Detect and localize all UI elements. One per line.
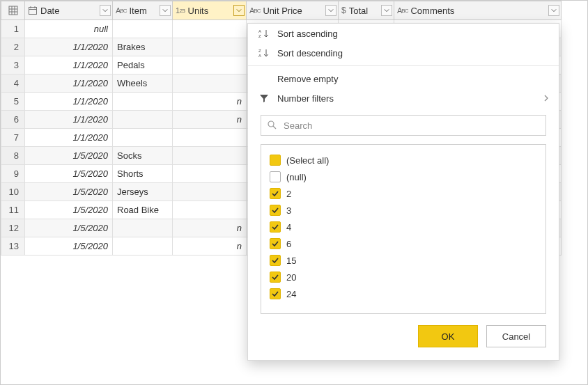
cell-units[interactable]: [173, 201, 247, 219]
cell-units[interactable]: [173, 38, 247, 56]
cell-date[interactable]: null: [25, 20, 113, 38]
column-filter-button-units[interactable]: [233, 5, 245, 16]
filter-value-row[interactable]: (null): [270, 168, 537, 185]
row-number: 1: [1, 20, 25, 38]
text-type-icon: ABC: [116, 6, 126, 15]
column-header-total[interactable]: $ Total: [339, 1, 394, 20]
column-filter-button-item[interactable]: [160, 5, 171, 16]
cell-item[interactable]: [113, 93, 173, 111]
filter-value-row[interactable]: 20: [270, 269, 537, 285]
filter-search-input[interactable]: [282, 120, 540, 132]
cell-date[interactable]: 1/1/2020: [25, 38, 113, 56]
column-header-comments[interactable]: ABC Comments: [394, 1, 562, 20]
checkbox-icon[interactable]: [270, 238, 281, 249]
menu-label: Remove empty: [277, 74, 549, 84]
filter-value-row[interactable]: 2: [270, 185, 537, 202]
cell-units[interactable]: n: [173, 93, 247, 111]
cell-date[interactable]: 1/5/2020: [25, 165, 113, 183]
cell-units[interactable]: [173, 74, 247, 93]
column-filter-button-date[interactable]: [100, 5, 111, 16]
cell-item[interactable]: Road Bike: [113, 201, 173, 219]
cell-date[interactable]: 1/5/2020: [25, 201, 113, 219]
menu-sort-ascending[interactable]: AZ Sort ascending: [248, 24, 559, 43]
cell-date[interactable]: 1/5/2020: [25, 147, 113, 165]
cell-units[interactable]: n: [173, 237, 247, 256]
row-number: 5: [1, 93, 25, 111]
text-type-icon: ABC: [249, 6, 260, 15]
cell-units[interactable]: [173, 147, 247, 165]
filter-value-row[interactable]: 3: [270, 202, 537, 219]
filter-value-label: 6: [286, 239, 291, 249]
filter-value-row[interactable]: 6: [270, 235, 537, 252]
filter-value-label: (Select all): [286, 155, 329, 166]
checkbox-icon[interactable]: [270, 205, 281, 216]
filter-value-label: 4: [286, 222, 291, 233]
cell-date[interactable]: 1/5/2020: [25, 183, 113, 201]
cell-units[interactable]: [173, 129, 247, 147]
cell-item[interactable]: Shorts: [113, 165, 173, 183]
checkbox-icon[interactable]: [270, 272, 281, 283]
row-number: 2: [1, 38, 25, 56]
cancel-button[interactable]: Cancel: [486, 325, 546, 347]
menu-remove-empty[interactable]: Remove empty: [248, 69, 559, 88]
checkbox-icon[interactable]: [270, 171, 281, 182]
cell-item[interactable]: [113, 20, 173, 38]
sort-ascending-icon: AZ: [258, 29, 270, 38]
cell-item[interactable]: Brakes: [113, 38, 173, 56]
cell-item[interactable]: Pedals: [113, 56, 173, 74]
column-header-units[interactable]: 123 Units: [173, 1, 247, 20]
column-label: Item: [129, 6, 157, 16]
cell-date[interactable]: 1/5/2020: [25, 237, 113, 256]
row-number: 6: [1, 111, 25, 129]
column-header-unit-price[interactable]: ABC Unit Price: [247, 1, 339, 20]
column-header-date[interactable]: Date: [25, 1, 113, 20]
ok-button[interactable]: OK: [418, 325, 478, 347]
column-filter-button-unit-price[interactable]: [325, 5, 336, 16]
row-number: 8: [1, 147, 25, 165]
column-filter-button-comments[interactable]: [548, 5, 559, 16]
menu-sort-descending[interactable]: ZA Sort descending: [248, 43, 559, 63]
cell-units[interactable]: [173, 183, 247, 201]
checkbox-icon[interactable]: [270, 188, 281, 199]
cell-date[interactable]: 1/1/2020: [25, 93, 113, 111]
chevron-right-icon: [543, 93, 549, 104]
checkbox-icon[interactable]: [270, 221, 281, 233]
search-icon: [267, 120, 277, 132]
checkbox-icon[interactable]: [270, 288, 281, 299]
cell-date[interactable]: 1/5/2020: [25, 219, 113, 237]
cell-item[interactable]: Jerseys: [113, 183, 173, 201]
filter-value-row[interactable]: 4: [270, 219, 537, 235]
cell-units[interactable]: [173, 56, 247, 74]
column-header-item[interactable]: ABC Item: [113, 1, 173, 20]
checkbox-indeterminate-icon[interactable]: [270, 155, 281, 166]
filter-search-box[interactable]: [261, 115, 546, 136]
table-icon: [1, 1, 24, 19]
cell-date[interactable]: 1/1/2020: [25, 56, 113, 74]
filter-value-label: 3: [286, 205, 291, 216]
cell-date[interactable]: 1/1/2020: [25, 129, 113, 147]
cell-item[interactable]: [113, 111, 173, 129]
column-filter-button-total[interactable]: [381, 5, 392, 16]
cell-date[interactable]: 1/1/2020: [25, 111, 113, 129]
filter-value-row[interactable]: 24: [270, 285, 537, 302]
filter-value-row[interactable]: 15: [270, 252, 537, 269]
cell-units[interactable]: n: [173, 219, 247, 237]
menu-number-filters[interactable]: Number filters: [248, 88, 559, 108]
cell-date[interactable]: 1/1/2020: [25, 74, 113, 93]
cell-item[interactable]: [113, 219, 173, 237]
row-number: 12: [1, 219, 25, 237]
filter-value-label: 24: [286, 289, 296, 299]
filter-select-all[interactable]: (Select all): [270, 152, 537, 168]
cell-item[interactable]: Socks: [113, 147, 173, 165]
cell-item[interactable]: [113, 237, 173, 256]
cell-units[interactable]: n: [173, 111, 247, 129]
cell-item[interactable]: Wheels: [113, 74, 173, 93]
checkbox-icon[interactable]: [270, 255, 281, 266]
row-header-corner: [1, 1, 25, 20]
cell-units[interactable]: [173, 20, 247, 38]
svg-text:A: A: [258, 54, 261, 58]
number-type-icon: 123: [176, 6, 185, 15]
button-label: Cancel: [502, 331, 530, 342]
cell-item[interactable]: [113, 129, 173, 147]
cell-units[interactable]: [173, 165, 247, 183]
